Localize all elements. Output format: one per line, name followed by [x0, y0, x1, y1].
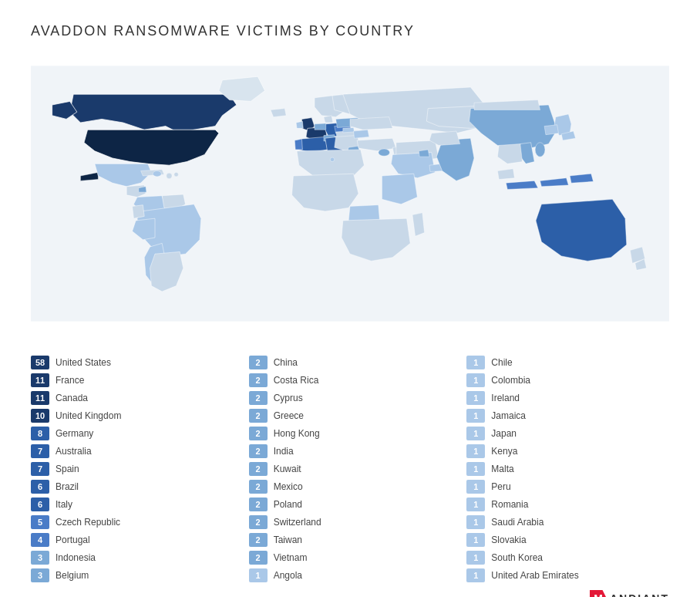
list-item: 7Spain: [31, 462, 234, 476]
list-item: 2Taiwan: [249, 533, 452, 547]
legend-col-3: 1Chile1Colombia1Ireland1Jamaica1Japan1Ke…: [466, 356, 669, 582]
list-item: 1Kenya: [466, 444, 669, 458]
count-badge: 1: [466, 444, 485, 458]
country-name: Jamaica: [491, 410, 526, 421]
count-badge: 1: [466, 391, 485, 405]
country-name: Switzerland: [274, 517, 321, 528]
svg-point-4: [535, 143, 545, 157]
list-item: 6Brazil: [31, 480, 234, 494]
country-name: Brazil: [56, 481, 79, 492]
count-badge: 1: [466, 568, 485, 582]
count-badge: 2: [249, 444, 268, 458]
count-badge: 2: [249, 515, 268, 529]
count-badge: 2: [249, 533, 268, 547]
count-badge: 2: [249, 373, 268, 387]
count-badge: 2: [249, 427, 268, 440]
country-name: France: [56, 375, 84, 386]
list-item: 1Romania: [466, 498, 669, 511]
country-name: Spain: [56, 464, 79, 474]
list-item: 1United Arab Emirates: [466, 568, 669, 582]
list-item: 2Hong Kong: [249, 427, 452, 440]
count-badge: 2: [249, 391, 268, 405]
svg-point-6: [153, 171, 161, 177]
country-name: Germany: [56, 428, 93, 439]
country-name: United Kingdom: [56, 410, 121, 421]
svg-point-1: [167, 173, 172, 178]
list-item: 3Indonesia: [31, 551, 234, 565]
mandiant-logo: M ANDIANT: [590, 590, 669, 597]
svg-point-2: [174, 172, 179, 177]
legend-table: 58United States11France11Canada10United …: [31, 356, 669, 582]
country-name: Kuwait: [274, 464, 301, 474]
footer: M ANDIANT: [31, 590, 669, 597]
count-badge: 5: [31, 515, 49, 529]
country-name: India: [274, 446, 294, 457]
list-item: 7Australia: [31, 444, 234, 458]
list-item: 2Vietnam: [249, 551, 452, 565]
list-item: 1Malta: [466, 462, 669, 476]
country-name: Greece: [274, 410, 304, 421]
list-item: 1Saudi Arabia: [466, 515, 669, 529]
country-name: Angola: [274, 570, 302, 581]
list-item: 1Colombia: [466, 373, 669, 387]
country-name: Vietnam: [274, 552, 308, 563]
list-item: 1Ireland: [466, 391, 669, 405]
country-name: China: [274, 357, 298, 368]
list-item: 1Angola: [249, 568, 452, 582]
count-badge: 2: [249, 498, 268, 511]
count-badge: 1: [466, 356, 485, 369]
list-item: 2China: [249, 356, 452, 369]
country-name: Colombia: [491, 375, 530, 386]
count-badge: 11: [31, 373, 49, 387]
count-badge: 1: [466, 480, 485, 494]
country-name: Costa Rica: [274, 375, 319, 386]
country-name: Belgium: [56, 570, 89, 581]
svg-point-7: [330, 157, 335, 162]
count-badge: 1: [466, 462, 485, 476]
count-badge: 1: [466, 409, 485, 423]
count-badge: 3: [31, 551, 49, 565]
count-badge: 7: [31, 444, 49, 458]
count-badge: 4: [31, 533, 49, 547]
list-item: 1Slovakia: [466, 533, 669, 547]
list-item: 2Mexico: [249, 480, 452, 494]
country-name: Mexico: [274, 481, 303, 492]
count-badge: 2: [249, 480, 268, 494]
country-name: Malta: [491, 464, 513, 474]
country-name: United States: [56, 357, 111, 368]
list-item: 2Kuwait: [249, 462, 452, 476]
country-name: Chile: [491, 357, 512, 368]
country-name: Japan: [491, 428, 517, 439]
country-name: Peru: [491, 481, 510, 492]
country-name: Hong Kong: [274, 428, 320, 439]
count-badge: 8: [31, 427, 49, 440]
list-item: 11Canada: [31, 391, 234, 405]
country-name: Poland: [274, 499, 302, 510]
list-item: 11France: [31, 373, 234, 387]
list-item: 2Greece: [249, 409, 452, 423]
count-badge: 2: [249, 356, 268, 369]
legend-col-2: 2China2Costa Rica2Cyprus2Greece2Hong Kon…: [249, 356, 452, 582]
country-name: Saudi Arabia: [491, 517, 544, 528]
count-badge: 6: [31, 480, 49, 494]
count-badge: 6: [31, 498, 49, 511]
list-item: 1South Korea: [466, 551, 669, 565]
list-item: 1Chile: [466, 356, 669, 369]
country-name: Czech Republic: [56, 517, 120, 528]
count-badge: 2: [249, 551, 268, 565]
list-item: 1Jamaica: [466, 409, 669, 423]
country-name: Taiwan: [274, 535, 302, 545]
list-item: 2India: [249, 444, 452, 458]
list-item: 3Belgium: [31, 568, 234, 582]
count-badge: 1: [466, 551, 485, 565]
list-item: 4Portugal: [31, 533, 234, 547]
country-name: Slovakia: [491, 535, 526, 545]
country-name: Indonesia: [56, 552, 96, 563]
count-badge: 1: [249, 568, 268, 582]
country-name: Australia: [56, 446, 92, 457]
list-item: 2Costa Rica: [249, 373, 452, 387]
count-badge: 2: [249, 409, 268, 423]
page-title: AVADDON RANSOMWARE VICTIMS BY COUNTRY: [31, 23, 669, 39]
list-item: 58United States: [31, 356, 234, 369]
count-badge: 1: [466, 373, 485, 387]
